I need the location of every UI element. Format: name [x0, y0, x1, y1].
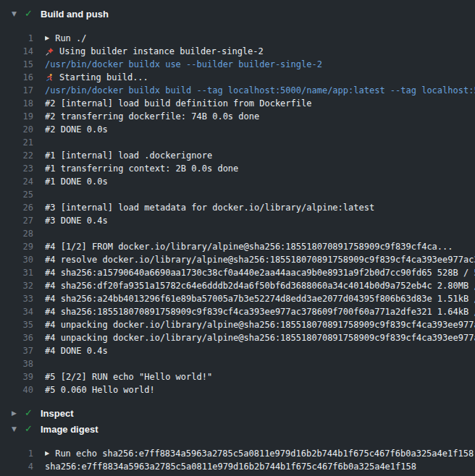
log-section-inspect: ▶ ✓ Inspect [0, 405, 475, 421]
section-header-inspect[interactable]: ▶ ✓ Inspect [0, 405, 475, 421]
log-line: 25 [0, 188, 475, 201]
log-line: 24 #1 DONE 0.0s [0, 175, 475, 188]
line-content: #4 sha256:a24bb4013296f61e89ba57005a7b3e… [45, 292, 475, 305]
success-check-icon: ✓ [25, 6, 41, 22]
line-content: #4 resolve docker.io/library/alpine@sha2… [45, 253, 475, 266]
line-content: #4 sha256:df20fa9351a15782c64e6dddb2d4a6… [45, 279, 475, 292]
log-line: 21 [0, 136, 475, 149]
section-title: Image digest [41, 424, 98, 435]
line-content: ▶Run echo sha256:e7ff8834a5963a2785c5a08… [45, 447, 474, 460]
log-line: 32 #4 sha256:df20fa9351a15782c64e6dddb2d… [0, 279, 475, 292]
log-line: 27 #3 DONE 0.4s [0, 214, 475, 227]
line-text: #4 unpacking docker.io/library/alpine@sh… [45, 318, 475, 331]
section-lines: 1 ▶Run echo sha256:e7ff8834a5963a2785c5a… [0, 447, 475, 473]
log-line: 39 #5 [2/2] RUN echo "Hello world!" [0, 370, 475, 383]
log-line: 20 #2 DONE 0.0s [0, 123, 475, 136]
line-text: #4 sha256:185518070891758909c9f839cf4ca3… [45, 305, 475, 318]
line-content: /usr/bin/docker buildx build --tag local… [45, 84, 475, 97]
chevron-down-icon[interactable]: ▼ [12, 6, 25, 22]
line-number[interactable]: 1 [0, 447, 33, 460]
line-number[interactable]: 26 [0, 201, 33, 214]
log-line: 36 #4 unpacking docker.io/library/alpine… [0, 331, 475, 344]
line-text: #1 transferring context: 2B 0.0s done [45, 162, 238, 175]
line-content: #1 DONE 0.0s [45, 175, 108, 188]
line-text: #1 [internal] load .dockerignore [45, 149, 212, 162]
section-title: Inspect [41, 408, 74, 419]
line-text: /usr/bin/docker buildx build --tag local… [45, 84, 475, 97]
line-number[interactable]: 21 [0, 136, 33, 149]
log-line: 40 #5 0.060 Hello world! [0, 383, 475, 396]
line-text: #3 [internal] load metadata for docker.i… [45, 201, 374, 214]
line-number[interactable]: 33 [0, 292, 33, 305]
line-content: #5 0.060 Hello world! [45, 383, 155, 396]
line-number[interactable]: 1 [0, 32, 33, 45]
success-check-icon: ✓ [25, 421, 41, 437]
log-line: 15 /usr/bin/docker buildx use --builder … [0, 58, 475, 71]
run-expand-icon[interactable]: ▶ [45, 32, 49, 45]
line-text: #2 [internal] load build definition from… [45, 97, 311, 110]
line-number[interactable]: 24 [0, 175, 33, 188]
section-header-build-and-push[interactable]: ▼ ✓ Build and push [0, 6, 475, 22]
line-text: #4 [1/2] FROM docker.io/library/alpine@s… [45, 240, 453, 253]
line-number[interactable]: 30 [0, 253, 33, 266]
line-number[interactable]: 38 [0, 357, 33, 370]
line-content: #2 [internal] load build definition from… [45, 97, 311, 110]
line-number[interactable]: 18 [0, 97, 33, 110]
line-text: #4 DONE 0.4s [45, 344, 108, 357]
line-content: #2 transferring dockerfile: 74B 0.0s don… [45, 110, 259, 123]
line-number[interactable]: 16 [0, 71, 33, 84]
line-number[interactable]: 29 [0, 240, 33, 253]
log-section-build-and-push: ▼ ✓ Build and push 1 ▶Run ./ 14 Using bu… [0, 6, 475, 396]
workflow-log-viewer: ▼ ✓ Build and push 1 ▶Run ./ 14 Using bu… [0, 6, 475, 473]
line-content: #4 sha256:a15790640a6690aa1730c38cf0a440… [45, 266, 475, 279]
line-text: Run echo sha256:e7ff8834a5963a2785c5a081… [55, 447, 474, 460]
line-number[interactable]: 35 [0, 318, 33, 331]
line-number[interactable]: 19 [0, 110, 33, 123]
line-number[interactable]: 28 [0, 227, 33, 240]
log-line: 4 sha256:e7ff8834a5963a2785c5a0811e979d1… [0, 460, 475, 473]
line-number[interactable]: 27 [0, 214, 33, 227]
line-text: sha256:e7ff8834a5963a2785c5a0811e979d16b… [45, 460, 416, 473]
line-number[interactable]: 23 [0, 162, 33, 175]
section-header-image-digest[interactable]: ▼ ✓ Image digest [0, 421, 475, 437]
line-content: #4 sha256:185518070891758909c9f839cf4ca3… [45, 305, 475, 318]
line-text: #2 DONE 0.0s [45, 123, 108, 136]
log-line: 34 #4 sha256:185518070891758909c9f839cf4… [0, 305, 475, 318]
line-text: Using builder instance builder-single-2 [59, 45, 264, 58]
line-number[interactable]: 39 [0, 370, 33, 383]
log-line: 19 #2 transferring dockerfile: 74B 0.0s … [0, 110, 475, 123]
line-text: #5 0.060 Hello world! [45, 383, 155, 396]
line-text: Run ./ [55, 32, 86, 45]
chevron-right-icon[interactable]: ▶ [12, 405, 25, 421]
log-line: 26 #3 [internal] load metadata for docke… [0, 201, 475, 214]
line-text: #4 sha256:a24bb4013296f61e89ba57005a7b3e… [45, 292, 475, 305]
log-line: 38 [0, 357, 475, 370]
section-title: Build and push [41, 9, 109, 20]
run-expand-icon[interactable]: ▶ [45, 447, 49, 460]
log-line: 1 ▶Run ./ [0, 32, 475, 45]
line-text: /usr/bin/docker buildx use --builder bui… [45, 58, 322, 71]
line-number[interactable]: 22 [0, 149, 33, 162]
line-number[interactable]: 25 [0, 188, 33, 201]
line-number[interactable]: 31 [0, 266, 33, 279]
line-number[interactable]: 37 [0, 344, 33, 357]
log-line: 30 #4 resolve docker.io/library/alpine@s… [0, 253, 475, 266]
line-number[interactable]: 36 [0, 331, 33, 344]
line-content: Using builder instance builder-single-2 [45, 45, 264, 58]
line-number[interactable]: 15 [0, 58, 33, 71]
line-number[interactable]: 32 [0, 279, 33, 292]
chevron-down-icon[interactable]: ▼ [12, 421, 25, 437]
line-content: ▶Run ./ [45, 32, 87, 45]
line-content: /usr/bin/docker buildx use --builder bui… [45, 58, 322, 71]
line-number[interactable]: 34 [0, 305, 33, 318]
log-section-image-digest: ▼ ✓ Image digest 1 ▶Run echo sha256:e7ff… [0, 421, 475, 473]
line-content: #1 [internal] load .dockerignore [45, 149, 212, 162]
line-number[interactable]: 40 [0, 383, 33, 396]
log-line: 35 #4 unpacking docker.io/library/alpine… [0, 318, 475, 331]
line-content: #2 DONE 0.0s [45, 123, 108, 136]
line-content: Starting build... [45, 71, 148, 84]
line-number[interactable]: 20 [0, 123, 33, 136]
line-number[interactable]: 14 [0, 45, 33, 58]
line-number[interactable]: 17 [0, 84, 33, 97]
line-number[interactable]: 4 [0, 460, 33, 473]
